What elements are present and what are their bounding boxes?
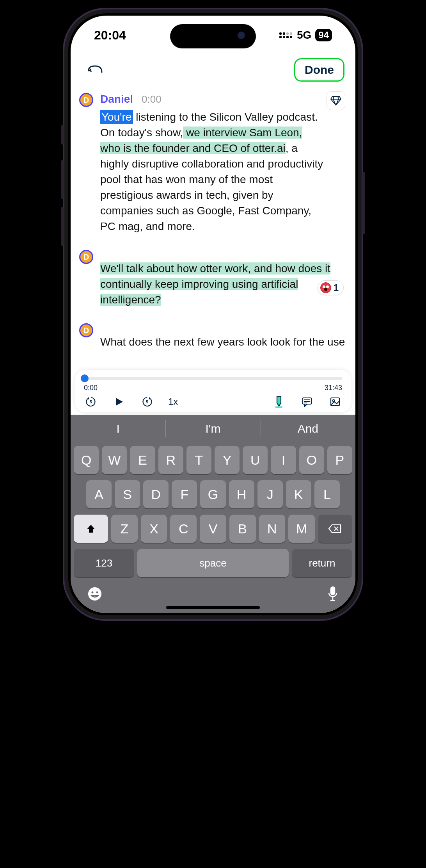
status-time: 20:04 [94, 28, 126, 43]
reaction-count: 1 [334, 282, 339, 293]
key-c[interactable]: C [170, 515, 197, 543]
image-button[interactable] [328, 396, 342, 407]
key-t[interactable]: T [186, 446, 211, 474]
key-p[interactable]: P [327, 446, 352, 474]
shocked-emoji-icon [320, 282, 331, 293]
keyboard-suggestions: I I'm And [71, 415, 355, 443]
key-u[interactable]: U [243, 446, 268, 474]
key-shift[interactable] [74, 515, 108, 543]
play-button[interactable] [112, 396, 126, 407]
key-b[interactable]: B [229, 515, 256, 543]
nav-bar: Done [71, 55, 355, 85]
key-l[interactable]: L [314, 480, 340, 508]
highlighter-button[interactable] [272, 396, 286, 408]
battery-indicator: 94 [315, 29, 332, 41]
transcript-content[interactable]: D Daniel 0:00 You're listening to the Si… [71, 85, 355, 370]
transcript-text[interactable]: You're listening to the Silicon Valley p… [100, 109, 323, 234]
key-space[interactable]: space [137, 549, 289, 577]
transcript-block: D Daniel 0:00 You're listening to the Si… [79, 93, 347, 234]
key-m[interactable]: M [288, 515, 315, 543]
key-h[interactable]: H [229, 480, 254, 508]
key-k[interactable]: K [286, 480, 311, 508]
key-backspace[interactable] [318, 515, 352, 543]
highlighted-text[interactable]: We'll talk about how otter work, and how… [100, 262, 330, 306]
dictation-button[interactable] [327, 586, 339, 604]
timestamp[interactable]: 0:00 [142, 93, 162, 105]
key-j[interactable]: J [257, 480, 283, 508]
selected-word[interactable]: You're [100, 110, 133, 124]
suggestion-1[interactable]: I [71, 415, 165, 443]
key-z[interactable]: Z [111, 515, 138, 543]
home-indicator[interactable] [166, 606, 260, 609]
key-n[interactable]: N [259, 515, 286, 543]
key-r[interactable]: R [158, 446, 183, 474]
key-return[interactable]: return [292, 549, 352, 577]
audio-player: 0:00 31:43 5 [75, 370, 351, 412]
key-s[interactable]: S [115, 480, 140, 508]
svg-rect-2 [275, 406, 282, 408]
transcript-block: D We'll talk about how otter work, and h… [79, 250, 347, 308]
svg-rect-10 [331, 587, 335, 595]
keyboard: I I'm And Q W E R T Y U I O P A S D F [71, 415, 355, 613]
progress-slider[interactable] [84, 377, 342, 380]
key-a[interactable]: A [86, 480, 112, 508]
progress-thumb[interactable] [81, 374, 89, 382]
current-time: 0:00 [84, 384, 98, 392]
suggestion-3[interactable]: And [261, 415, 355, 443]
key-o[interactable]: O [299, 446, 324, 474]
premium-gem-button[interactable] [327, 91, 345, 110]
svg-text:5: 5 [146, 400, 148, 404]
key-g[interactable]: G [200, 480, 225, 508]
transcript-text[interactable]: We'll talk about how otter work, and how… [100, 261, 347, 308]
svg-point-7 [92, 592, 94, 594]
svg-point-8 [96, 592, 98, 594]
svg-text:5: 5 [90, 400, 92, 404]
speaker-name[interactable]: Daniel [100, 93, 133, 105]
comment-button[interactable] [300, 396, 314, 407]
key-i[interactable]: I [271, 446, 296, 474]
svg-point-5 [333, 400, 335, 402]
suggestion-2[interactable]: I'm [165, 415, 260, 443]
emoji-keyboard-button[interactable] [87, 586, 103, 603]
key-w[interactable]: W [102, 446, 127, 474]
avatar[interactable]: D [79, 93, 93, 107]
total-time: 31:43 [325, 384, 342, 392]
rewind-5-button[interactable]: 5 [84, 396, 98, 408]
playback-speed-button[interactable]: 1x [168, 396, 178, 407]
avatar[interactable]: D [79, 250, 93, 264]
done-button[interactable]: Done [294, 58, 344, 82]
svg-rect-9 [91, 595, 98, 596]
key-q[interactable]: Q [74, 446, 99, 474]
key-e[interactable]: E [130, 446, 155, 474]
status-right: 5G 94 [279, 29, 332, 41]
forward-5-button[interactable]: 5 [140, 396, 154, 408]
avatar[interactable]: D [79, 323, 93, 337]
undo-icon[interactable] [87, 64, 103, 76]
reaction-bubble[interactable]: 1 [318, 280, 344, 295]
network-label: 5G [297, 29, 311, 41]
transcript-block: D What does the next few years look look… [79, 323, 347, 350]
key-numbers[interactable]: 123 [74, 549, 134, 577]
device-notch [170, 24, 256, 48]
key-f[interactable]: F [172, 480, 197, 508]
key-v[interactable]: V [200, 515, 226, 543]
transcript-text[interactable]: What does the next few years look look f… [100, 334, 347, 350]
key-y[interactable]: Y [215, 446, 240, 474]
signal-icon [279, 32, 292, 38]
svg-point-6 [88, 587, 101, 601]
key-d[interactable]: D [143, 480, 169, 508]
key-x[interactable]: X [141, 515, 167, 543]
